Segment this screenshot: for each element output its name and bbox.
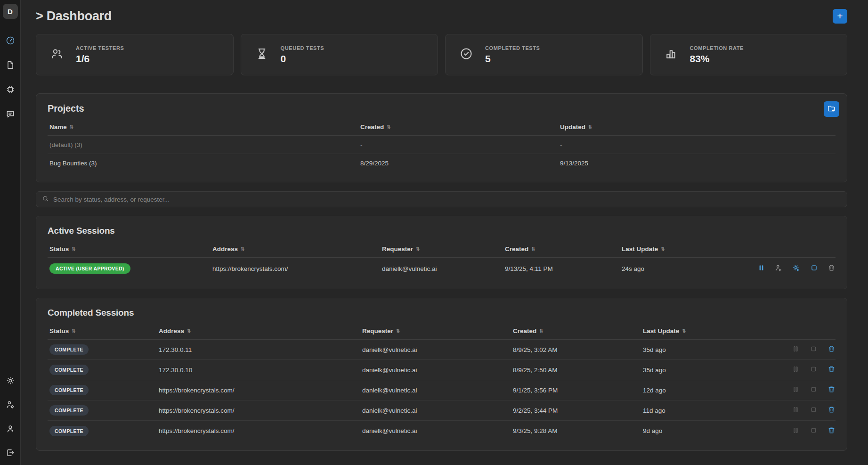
delete-session-button[interactable] [827,427,836,435]
sort-icon: ⇅ [70,124,73,130]
column-address[interactable]: Address⇅ [211,245,380,253]
user-settings-button[interactable] [5,400,16,410]
stat-card-completed-tests: COMPLETED TESTS 5 [445,34,643,75]
sidebar-item-modules[interactable] [5,85,16,95]
column-address[interactable]: Address⇅ [157,327,360,334]
sidebar-item-chat[interactable] [5,109,16,120]
logout-button[interactable] [5,448,16,458]
project-row[interactable]: (default) (3) - - [48,136,836,154]
completed-session-row[interactable]: COMPLETE 172.30.0.10 danielk@vulnetic.ai… [48,360,836,380]
pause-icon [792,365,800,375]
user-icon [6,424,15,435]
sort-icon: ⇅ [416,246,420,252]
completed-session-row[interactable]: COMPLETE 172.30.0.11 danielk@vulnetic.ai… [48,340,836,360]
user-takeover-button[interactable] [775,264,783,273]
project-name: (default) (3) [48,141,358,148]
trash-icon [827,345,836,354]
project-updated: - [558,141,836,148]
sort-icon: ⇅ [588,124,592,130]
sidebar: D [0,0,21,465]
stat-value: 0 [281,53,324,65]
pause-icon [792,406,800,415]
completed-session-row[interactable]: COMPLETE https://brokencrystals.com/ dan… [48,421,836,441]
stop-session-button[interactable] [810,264,818,273]
sidebar-item-documents[interactable] [5,60,16,71]
sort-icon: ⇅ [72,246,75,252]
project-row[interactable]: Bug Bounties (3) 8/29/2025 9/13/2025 [48,154,836,172]
app-logo[interactable]: D [3,4,18,19]
hourglass-icon [255,47,268,62]
session-address: https://brokencrystals.com/ [157,407,360,414]
check-circle-icon [460,47,473,62]
app-root: D [0,0,868,465]
column-last-update[interactable]: Last Update⇅ [620,245,757,253]
projects-title: Projects [48,103,836,114]
stat-card-queued-tests: QUEUED TESTS 0 [241,34,438,75]
completed-session-row[interactable]: COMPLETE https://brokencrystals.com/ dan… [48,380,836,400]
session-last-update: 11d ago [641,407,787,414]
sun-icon [6,376,15,387]
session-last-update: 35d ago [641,346,787,353]
sort-icon: ⇅ [531,246,535,252]
column-status[interactable]: Status⇅ [48,245,211,253]
auto-mode-button[interactable] [792,264,800,273]
session-last-update: 9d ago [641,427,787,434]
stop-session-button [809,345,818,354]
theme-toggle[interactable] [5,376,16,386]
column-updated[interactable]: Updated⇅ [558,123,836,131]
stat-value: 1/6 [76,53,124,65]
search-icon [42,195,49,204]
stop-session-button [809,427,818,435]
delete-session-button[interactable] [827,345,836,354]
delete-session-button[interactable] [827,366,836,374]
column-requester[interactable]: Requester⇅ [380,245,503,253]
column-requester[interactable]: Requester⇅ [360,327,511,334]
delete-session-button[interactable] [827,386,836,394]
completed-session-row[interactable]: COMPLETE https://brokencrystals.com/ dan… [48,400,836,421]
sort-icon: ⇅ [187,328,191,334]
session-requester: danielk@vulnetic.ai [360,367,511,374]
column-created[interactable]: Created⇅ [503,245,620,253]
pause-session-button[interactable] [757,264,765,273]
session-requester: danielk@vulnetic.ai [380,265,503,272]
stop-icon [810,264,818,273]
add-button[interactable]: + [833,9,847,24]
session-last-update: 24s ago [620,265,757,272]
column-name[interactable]: Name⇅ [48,123,358,131]
file-icon [6,60,15,71]
pause-session-button [791,366,800,374]
bar-chart-icon [665,47,678,62]
profile-button[interactable] [5,424,16,434]
logout-icon [6,448,15,459]
new-project-button[interactable] [824,101,839,117]
column-created[interactable]: Created⇅ [511,327,641,334]
column-created[interactable]: Created⇅ [358,123,558,131]
column-last-update[interactable]: Last Update⇅ [641,327,787,334]
user-gear-icon [6,400,15,411]
delete-session-button[interactable] [827,406,836,415]
active-sessions-title: Active Sessions [48,226,836,236]
status-badge: COMPLETE [49,385,89,395]
session-address: https://brokencrystals.com/ [211,265,380,272]
stat-label: COMPLETED TESTS [485,45,540,51]
stat-value: 5 [485,53,540,65]
stop-icon [810,406,818,415]
status-badge: COMPLETE [49,405,89,416]
session-requester: danielk@vulnetic.ai [360,387,511,394]
sidebar-item-dashboard[interactable] [5,36,16,46]
session-address: 172.30.0.10 [157,367,360,374]
trash-icon [827,264,836,273]
active-session-row[interactable]: ACTIVE (USER APPROVED) https://brokencry… [48,258,836,279]
sort-icon: ⇅ [539,328,543,334]
stop-icon [810,345,818,354]
session-last-update: 35d ago [641,367,787,374]
stop-icon [810,426,818,436]
pause-session-button [791,406,800,415]
stat-card-active-testers: ACTIVE TESTERS 1/6 [36,34,234,75]
column-status[interactable]: Status⇅ [48,327,157,334]
user-play-icon [775,264,783,273]
session-requester: danielk@vulnetic.ai [360,427,511,434]
search-input[interactable] [53,196,841,203]
pause-session-button [791,345,800,354]
delete-session-button[interactable] [827,264,836,273]
